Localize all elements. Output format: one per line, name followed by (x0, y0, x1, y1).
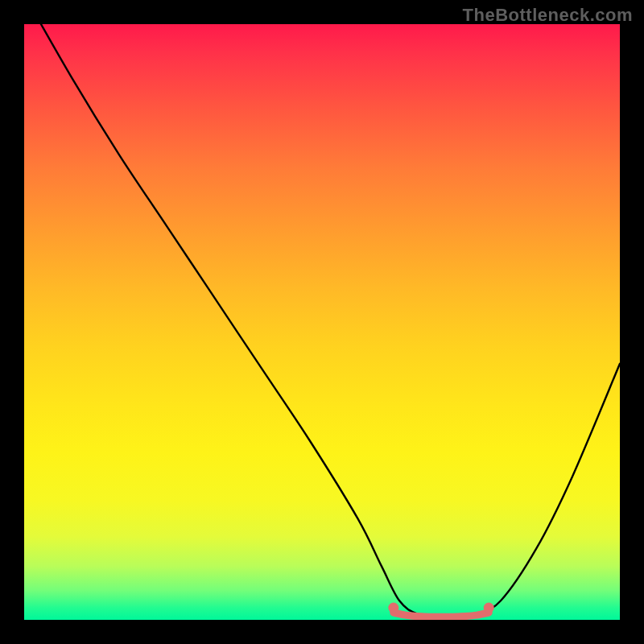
flat-start-dot (388, 603, 398, 613)
watermark-text: TheBottleneck.com (463, 5, 633, 26)
flat-end-dot (484, 603, 494, 613)
flat-segment-highlight (394, 613, 489, 617)
bottleneck-curve (24, 24, 620, 617)
chart-svg (24, 24, 620, 620)
stage: TheBottleneck.com (0, 0, 644, 644)
plot-area (24, 24, 620, 620)
flat-segment (388, 603, 493, 617)
